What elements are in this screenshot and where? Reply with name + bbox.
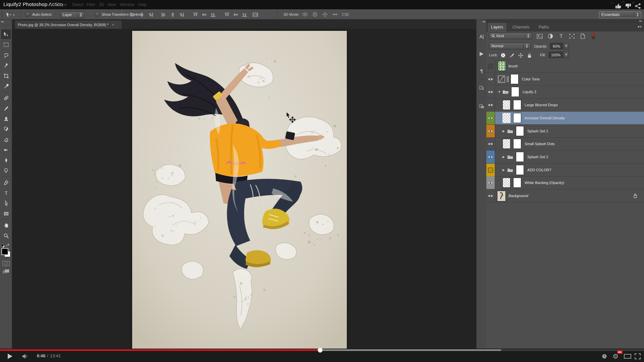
- layer-mask-thumbnail[interactable]: [516, 152, 524, 162]
- layer-name[interactable]: brush: [508, 64, 518, 68]
- align-top-edges-icon[interactable]: [161, 12, 167, 17]
- layer-mask-thumbnail[interactable]: [511, 87, 519, 97]
- layer-row-brush[interactable]: brush: [486, 60, 644, 73]
- layer-thumbnail[interactable]: [502, 100, 511, 110]
- visibility-cell[interactable]: [486, 137, 495, 150]
- align-right-edges-icon[interactable]: [148, 12, 153, 17]
- layer-thumbnail[interactable]: [502, 139, 511, 149]
- minimize-icon[interactable]: —: [610, 1, 614, 5]
- zoom-tool[interactable]: [1, 231, 11, 240]
- history-brush-tool[interactable]: [1, 124, 11, 134]
- menu-help[interactable]: Help: [138, 2, 147, 7]
- panel-tab-channels[interactable]: Channels: [509, 23, 533, 32]
- layer-row-splash-set-2[interactable]: ▶Splash Set 2: [486, 150, 644, 164]
- layer-thumbnail[interactable]: [502, 178, 511, 188]
- smartobject-filter-icon[interactable]: [579, 33, 586, 40]
- layer-name[interactable]: Large Blurred Drops: [525, 103, 558, 107]
- layer-name[interactable]: Splash Set 1: [527, 129, 548, 133]
- layer-row-white-backing-opacity-[interactable]: White Backing (Opacity): [486, 176, 644, 189]
- eyedropper-tool[interactable]: [1, 81, 11, 91]
- align-horizontal-centers-icon[interactable]: [139, 12, 145, 17]
- video-progress-track[interactable]: [0, 349, 644, 351]
- menu-filter[interactable]: Filter: [87, 2, 96, 7]
- visibility-cell[interactable]: [486, 60, 495, 72]
- 3d-drag-icon[interactable]: [322, 12, 329, 18]
- menu-layer[interactable]: Layer: [47, 2, 57, 7]
- visibility-cell[interactable]: [486, 164, 495, 176]
- panel-menu-icon[interactable]: ▾≡: [638, 25, 642, 28]
- document-tab[interactable]: Photo.jpg @ 38.2% (Increase Overall Dens…: [15, 20, 122, 29]
- type-tool[interactable]: T: [1, 188, 11, 197]
- filter-kind-dropdown[interactable]: Kind ▲▼: [489, 33, 532, 39]
- layer-mask-thumbnail[interactable]: [511, 74, 519, 84]
- lasso-tool[interactable]: [1, 50, 11, 60]
- visibility-empty-checkbox[interactable]: [488, 64, 493, 69]
- distribute-left-icon[interactable]: [224, 12, 230, 17]
- lock-all-icon[interactable]: [526, 52, 533, 59]
- fill-value[interactable]: 100%: [549, 52, 563, 58]
- menu-window[interactable]: Window: [120, 2, 135, 7]
- layer-mask-thumbnail[interactable]: [513, 139, 521, 149]
- 3d-slide-icon[interactable]: [332, 12, 339, 18]
- lock-position-icon[interactable]: [517, 52, 524, 59]
- shape-filter-icon[interactable]: [568, 33, 576, 40]
- align-left-edges-icon[interactable]: [130, 12, 136, 17]
- layer-thumbnail[interactable]: [497, 191, 506, 201]
- hand-tool[interactable]: [1, 221, 11, 230]
- workspace-switcher[interactable]: Essentials ▲▼: [599, 11, 641, 18]
- visibility-cell[interactable]: [486, 73, 495, 85]
- swap-colors-icon[interactable]: [5, 243, 11, 248]
- collapse-dock-icon[interactable]: ◂◂: [482, 20, 485, 23]
- quick-mask-icon[interactable]: [2, 261, 10, 266]
- toolbar-grip[interactable]: [2, 24, 10, 26]
- visibility-cell[interactable]: [486, 150, 495, 163]
- clone-stamp-tool[interactable]: [1, 114, 11, 123]
- layer-mask-thumbnail[interactable]: [516, 126, 524, 136]
- layer-row-large-blurred-drops[interactable]: Large Blurred Drops: [486, 99, 644, 112]
- group-disclosure-open[interactable]: ▼: [498, 90, 501, 94]
- volume-button[interactable]: [22, 354, 29, 359]
- foreground-color-swatch[interactable]: [1, 248, 8, 255]
- collapse-panel-icon[interactable]: ▸▸: [486, 19, 644, 23]
- eraser-tool[interactable]: [1, 135, 11, 144]
- layer-mask-thumbnail[interactable]: [516, 165, 524, 175]
- screen-mode-icon[interactable]: [2, 269, 10, 275]
- align-bottom-edges-icon[interactable]: [179, 12, 184, 17]
- distribute-top-icon[interactable]: [193, 12, 198, 17]
- adjustment-filter-icon[interactable]: [547, 33, 554, 40]
- brush-tool[interactable]: [1, 104, 11, 113]
- menu-view[interactable]: View: [107, 2, 116, 7]
- filter-toggle-icon[interactable]: [590, 33, 597, 40]
- auto-select-target-dropdown[interactable]: Layer ▲▼: [60, 11, 85, 18]
- layer-name[interactable]: ADD COLOR?: [527, 168, 551, 172]
- opacity-value[interactable]: 60%: [550, 43, 563, 49]
- layer-name[interactable]: Splash Set 2: [527, 155, 548, 159]
- layer-row-splash-set-1[interactable]: ▶Splash Set 1: [486, 125, 644, 138]
- distribute-hcenter-icon[interactable]: [233, 12, 238, 17]
- gradient-tool[interactable]: [1, 145, 11, 155]
- layer-mask-thumbnail[interactable]: [513, 113, 521, 123]
- layer-mask-thumbnail[interactable]: [513, 178, 521, 188]
- panel-tab-layers[interactable]: Layers: [488, 23, 506, 32]
- layer-row-color-tone[interactable]: Color Tone: [486, 73, 644, 86]
- history-panel-button[interactable]: [478, 84, 486, 93]
- align-vertical-centers-icon[interactable]: [170, 12, 175, 17]
- layer-name[interactable]: Color Tone: [522, 77, 540, 81]
- pixel-filter-icon[interactable]: [536, 33, 543, 40]
- menu-type[interactable]: Type: [58, 2, 67, 7]
- layer-name[interactable]: Liquify 2: [523, 90, 536, 94]
- auto-select-checkbox[interactable]: [25, 12, 30, 16]
- path-selection-tool[interactable]: [1, 198, 11, 208]
- group-disclosure-closed[interactable]: ▶: [502, 129, 505, 133]
- group-disclosure-closed[interactable]: ▶: [502, 168, 505, 172]
- crop-tool[interactable]: [1, 71, 11, 80]
- rectangular-marquee-tool[interactable]: [1, 40, 11, 49]
- opacity-dropdown-icon[interactable]: ▼: [564, 43, 569, 49]
- type-filter-icon[interactable]: T: [557, 33, 565, 40]
- layer-row-small-splash-dots[interactable]: Small Splash Dots: [486, 137, 644, 150]
- paragraph-panel-button[interactable]: ¶: [478, 66, 486, 75]
- quick-selection-tool[interactable]: [1, 61, 11, 70]
- dodge-tool[interactable]: [1, 166, 11, 175]
- blur-tool[interactable]: [1, 156, 11, 165]
- options-grip[interactable]: [1, 11, 3, 18]
